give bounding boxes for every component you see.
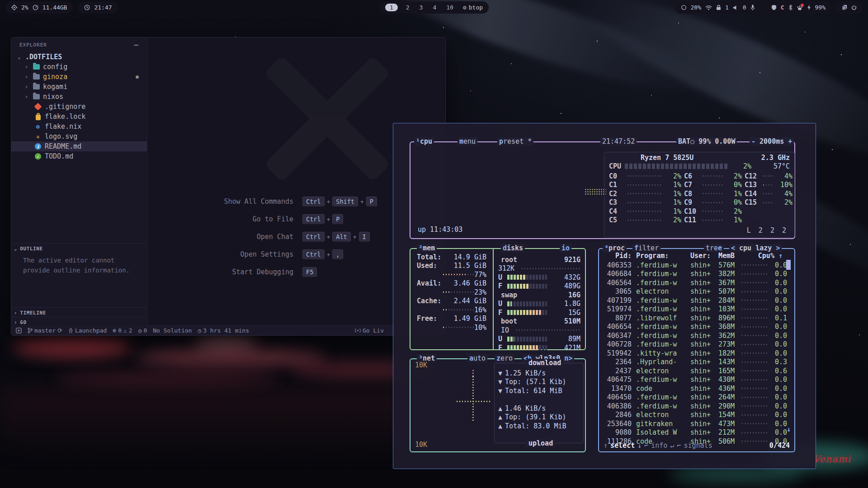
system-stats-module[interactable]: 2% 11.44GB (5, 1, 73, 14)
tree-file-row[interactable]: ✓ TODO.md (11, 151, 147, 161)
process-row[interactable]: 519974 .ferdium-w shin+ 103M 0.0 (603, 305, 783, 314)
tree-folder-row[interactable]: › kogami (11, 82, 147, 92)
signals-button[interactable]: signals (684, 441, 712, 450)
proc-tree-toggle[interactable]: tree (704, 244, 724, 252)
process-cpu-meter (741, 272, 767, 276)
shortcut-label: Start Debugging (172, 267, 293, 277)
net-zero-toggle[interactable]: zero (495, 354, 514, 362)
cpu-core-row: C21% (609, 189, 681, 198)
active-window-title[interactable]: ⚙ btop (463, 4, 483, 11)
process-row[interactable]: 8077 .librewolf shin+ 896M 0.1 (603, 314, 783, 323)
cpu-core-row: C90% (684, 198, 742, 207)
load-average: L 2 2 2 (747, 226, 788, 235)
cpu-total-label: CPU (609, 162, 621, 170)
proc-filter-button[interactable]: filter (632, 244, 660, 252)
tree-folder-row[interactable]: › nixos (11, 92, 147, 102)
tree-file-row[interactable]: ✳ logo.svg (11, 131, 147, 141)
tree-file-row[interactable]: flake.lock (11, 112, 147, 122)
proc-sort-selector[interactable]: < cpu lazy > (729, 244, 782, 252)
tray-module[interactable]: C 99% (765, 1, 831, 14)
tree-folder-row[interactable]: › config (11, 62, 147, 72)
process-scrollbar[interactable] (786, 260, 791, 270)
chevron-right-icon: › (14, 310, 17, 316)
remote-indicator[interactable] (16, 328, 22, 333)
preset-button[interactable]: preset * (497, 137, 533, 145)
terminal-clock: 21:47:52 (600, 137, 637, 145)
tree-file-row[interactable]: .gitignore (11, 102, 147, 112)
git-branch-indicator[interactable]: master ⟳ (28, 327, 62, 334)
process-row[interactable]: 13470 code shin+ 436M 0.0 (603, 384, 783, 393)
process-row[interactable]: 2364 .Hyprland- shin+ 143M 0.3 (603, 358, 783, 367)
tree-file-row[interactable]: i README.md (11, 141, 147, 151)
go-header[interactable]: › GO (11, 317, 147, 327)
net-auto-toggle[interactable]: auto (467, 354, 487, 362)
process-table: 406353 .ferdium-w shin+ 576M 0.0 406684 … (603, 261, 783, 446)
process-cpu-meter (741, 281, 767, 284)
process-cpu-meter (741, 343, 767, 346)
process-row[interactable]: 9080 Isolated W shin+ 212M 0.0 (603, 428, 783, 437)
go-live-button[interactable]: Go Liv (355, 327, 384, 334)
keyboard-key: P (366, 197, 377, 206)
menu-button[interactable]: menu (458, 137, 477, 145)
git-icon (34, 103, 42, 111)
net-info-panel: download ▼1.25 KiB/s ▼Top: (57.1 Kib) ▼T… (494, 363, 584, 443)
timeline-header[interactable]: › TIMELINE (11, 308, 147, 318)
process-row[interactable]: 519942 .kitty-wra shin+ 182M 0.0 (603, 349, 783, 358)
hardware-module[interactable]: 20% 1 0 (675, 1, 761, 14)
process-row[interactable]: 406450 .ferdium-w shin+ 264M 0.0 (603, 393, 783, 402)
clock-module[interactable]: 21:47 (78, 1, 118, 14)
info-button[interactable]: info (651, 441, 667, 450)
process-row[interactable]: 406347 .ferdium-w shin+ 362M 0.0 (603, 331, 783, 340)
explorer-more-actions-button[interactable]: ⋯ (134, 41, 139, 49)
process-table-header[interactable]: Pid: Program: User: MemB Cpu% ↑ (603, 252, 783, 260)
process-row[interactable]: 253640 gitkraken shin+ 473M 0.0 (603, 419, 783, 428)
tree-folder-row[interactable]: › ginoza (11, 72, 147, 82)
proc-box-title[interactable]: ⁴proc (603, 244, 627, 252)
time-tracker-indicator[interactable]: ◷ 3 hrs 41 mins (198, 327, 249, 334)
process-row[interactable]: 3065 electron shin+ 507M 0.0 (603, 287, 783, 296)
cpu-core-row: C124% (745, 172, 793, 181)
process-row[interactable]: 406386 .ferdium-w shin+ 290M 0.0 (603, 402, 783, 411)
cpu-graph-dots (585, 188, 606, 196)
nix-icon: ❆ (36, 123, 40, 130)
battery-level: 99% (815, 4, 826, 11)
workspace-button[interactable]: 2 (404, 4, 411, 11)
session-module[interactable] (836, 1, 863, 14)
process-row[interactable]: 406353 .ferdium-w shin+ 576M 0.0 (603, 261, 783, 270)
refresh-interval-control[interactable]: - 2000ms + (750, 137, 794, 145)
workspace-button[interactable]: 10 (444, 4, 455, 11)
launchpad-indicator[interactable]: Launchpad (68, 327, 107, 334)
keyboard-key: Ctrl (302, 249, 325, 259)
workspace-button[interactable]: 1 (385, 4, 398, 11)
uptime: up 11:43:03 (418, 225, 462, 234)
process-row[interactable]: 406728 .ferdium-w shin+ 273M 0.0 (603, 340, 783, 349)
mem-box-title[interactable]: ²mem (417, 244, 437, 252)
process-footer: ↑ select ↓ ⌐ info ↵ ⌐ signals 0/424 (604, 441, 790, 450)
solution-indicator[interactable]: No Solution (153, 327, 192, 334)
info-icon: i (35, 143, 41, 150)
workspace-button[interactable]: 3 (418, 4, 425, 11)
shortcut-keys: Ctrl+Shift+P (302, 197, 377, 206)
cache-meter (442, 308, 474, 311)
scroll-down-icon[interactable]: ↓ (787, 425, 791, 433)
outline-header[interactable]: ⌄ OUTLINE (11, 244, 147, 253)
tree-root-dotfiles[interactable]: ⌄ .DOTFILES (11, 52, 147, 62)
process-row[interactable]: 2846 electron shin+ 154M 0.0 (603, 411, 783, 420)
process-row[interactable]: 406564 .ferdium-w shin+ 367M 0.0 (603, 278, 783, 287)
tree-file-row[interactable]: ❆ flake.nix (11, 122, 147, 131)
process-row[interactable]: 406684 .ferdium-w shin+ 382M 0.0 (603, 270, 783, 279)
target-indicator[interactable]: ◎ 0 (138, 327, 147, 334)
cpu-box-title[interactable]: ¹cpu (414, 137, 434, 145)
cpu-total-meter (625, 164, 728, 169)
process-row[interactable]: 406475 .ferdium-w shin+ 430M 0.0 (603, 375, 783, 385)
process-row[interactable]: 407199 .ferdium-w shin+ 284M 0.0 (603, 296, 783, 305)
process-row[interactable]: 406654 .ferdium-w shin+ 368M 0.0 (603, 323, 783, 332)
workspace-button[interactable]: 4 (431, 4, 438, 11)
cpu-core-grid: C02%C11%C21%C31%C41%C52% C62%C70%C81%C90… (609, 172, 790, 225)
cpu-icon (11, 5, 17, 10)
process-cpu-meter (741, 387, 767, 390)
process-row[interactable]: 2437 electron shin+ 165M 0.6 (603, 366, 783, 375)
cpu-frequency: 2.3 GHz (761, 154, 790, 162)
cpu-usage: 2% (21, 4, 28, 11)
problems-indicator[interactable]: ⊗ 0 ⚠ 2 (113, 327, 132, 334)
